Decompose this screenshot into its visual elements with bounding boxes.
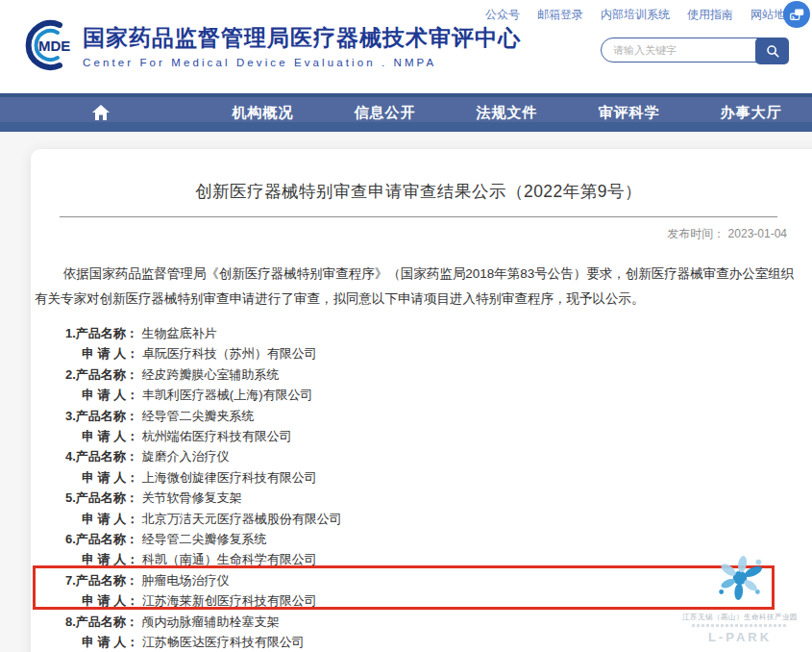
applicant-label: 申 请 人： <box>82 429 138 443</box>
search-button[interactable] <box>755 38 789 64</box>
nav-item-0[interactable]: 机构概况 <box>202 93 324 132</box>
nav-item-3[interactable]: 审评科学 <box>568 93 690 132</box>
title-divider <box>60 216 777 217</box>
search-box <box>601 38 789 63</box>
watermark-text: 江苏无锡（惠山）生命科技产业园 <box>673 613 807 622</box>
applicant-name: 科凯（南通）生命科学有限公司 <box>138 552 317 566</box>
main-nav: 机构概况信息公开法规文件审评科学办事大厅 <box>0 93 812 132</box>
main-area: 创新医疗器械特别审查申请审查结果公示（2022年第9号） 发布时间： 2023-… <box>0 132 812 652</box>
list-item-5: 5.产品名称： 关节软骨修复支架申 请 人： 北京万洁天元医疗器械股份有限公司 <box>65 488 802 529</box>
applicant-label: 申 请 人： <box>82 635 138 649</box>
nav-item-1[interactable]: 信息公开 <box>324 93 446 132</box>
top-links: 公众号邮箱登录内部培训系统使用指南网站地图 <box>485 7 797 23</box>
list-item-3: 3.产品名称： 经导管二尖瓣夹系统申 请 人： 杭州端佑医疗科技有限公司 <box>65 406 802 447</box>
product-line: 2.产品名称： 经皮跨瓣膜心室辅助系统 <box>65 364 802 385</box>
top-link-2[interactable]: 内部培训系统 <box>601 7 670 23</box>
product-line: 3.产品名称： 经导管二尖瓣夹系统 <box>65 406 802 426</box>
list-item-4: 4.产品名称： 旋磨介入治疗仪申 请 人： 上海微创旋律医疗科技有限公司 <box>65 446 802 488</box>
applicant-name: 杭州端佑医疗科技有限公司 <box>138 429 292 443</box>
product-label: 6.产品名称： <box>65 532 138 546</box>
product-label: 1.产品名称： <box>65 326 138 340</box>
product-label: 5.产品名称： <box>65 490 138 505</box>
applicant-label: 申 请 人： <box>82 552 138 566</box>
applicant-name: 江苏畅医达医疗科技有限公司 <box>138 635 305 649</box>
site-title-cn: 国家药品监督管理局医疗器械技术审评中心 <box>83 23 521 53</box>
product-name: 经皮跨瓣膜心室辅助系统 <box>138 367 280 382</box>
applicant-line: 申 请 人： 卓阮医疗科技（苏州）有限公司 <box>65 343 802 364</box>
site-title-en: Center For Medical Device Evaluation . N… <box>83 57 521 68</box>
product-line: 6.产品名称： 经导管二尖瓣修复系统 <box>65 529 802 549</box>
applicant-name: 丰凯利医疗器械(上海)有限公司 <box>138 388 312 402</box>
watermark: 江苏无锡（惠山）生命科技产业园 L-PARK <box>673 549 807 644</box>
applicant-line: 申 请 人： 丰凯利医疗器械(上海)有限公司 <box>65 385 802 405</box>
home-icon <box>91 104 111 121</box>
top-link-3[interactable]: 使用指南 <box>687 7 733 23</box>
applicant-label: 申 请 人： <box>82 470 138 485</box>
applicant-line: 申 请 人： 上海微创旋律医疗科技有限公司 <box>65 467 802 488</box>
publish-date-label: 发布时间： <box>667 227 725 240</box>
header: 公众号邮箱登录内部培训系统使用指南网站地图 MDE 国家药品监督管理局医疗器械技… <box>0 0 812 93</box>
applicant-name: 上海微创旋律医疗科技有限公司 <box>138 470 317 485</box>
applicant-name: 北京万洁天元医疗器械股份有限公司 <box>138 512 342 526</box>
applicant-label: 申 请 人： <box>82 512 138 526</box>
list-item-1: 1.产品名称： 生物盆底补片申 请 人： 卓阮医疗科技（苏州）有限公司 <box>65 323 802 364</box>
nav-item-2[interactable]: 法规文件 <box>446 93 568 132</box>
product-name: 经导管二尖瓣夹系统 <box>138 409 255 423</box>
product-name: 生物盆底补片 <box>138 326 217 340</box>
product-label: 8.产品名称： <box>65 614 138 629</box>
applicant-line: 申 请 人： 北京万洁天元医疗器械股份有限公司 <box>65 509 802 529</box>
watermark-subtext <box>692 624 788 627</box>
product-label: 3.产品名称： <box>65 409 138 423</box>
product-label: 7.产品名称： <box>65 573 138 588</box>
site-logo[interactable]: MDE 国家药品监督管理局医疗器械技术审评中心 Center For Medic… <box>23 19 521 71</box>
applicant-line: 申 请 人： 杭州端佑医疗科技有限公司 <box>65 426 802 446</box>
cmde-logo-icon: MDE <box>23 19 75 71</box>
publish-date-value: 2023-01-04 <box>728 227 787 240</box>
publish-date-line: 发布时间： 2023-01-04 <box>35 226 802 242</box>
product-label: 2.产品名称： <box>65 367 138 382</box>
svg-text:MDE: MDE <box>38 38 70 54</box>
applicant-label: 申 请 人： <box>82 388 138 402</box>
product-name: 经导管二尖瓣修复系统 <box>138 532 267 546</box>
applicant-name: 江苏海莱新创医疗科技有限公司 <box>138 593 317 608</box>
nav-home[interactable] <box>0 93 202 132</box>
search-input[interactable] <box>613 39 752 61</box>
product-name: 关节软骨修复支架 <box>138 490 242 505</box>
page-title: 创新医疗器械特别审查申请审查结果公示（2022年第9号） <box>35 180 802 203</box>
product-line: 5.产品名称： 关节软骨修复支架 <box>65 488 802 508</box>
list-item-2: 2.产品名称： 经皮跨瓣膜心室辅助系统申 请 人： 丰凯利医疗器械(上海)有限公… <box>65 364 802 406</box>
screen-toggle-glyph <box>788 6 805 23</box>
search-icon <box>765 43 780 59</box>
product-label: 4.产品名称： <box>65 449 138 464</box>
applicant-name: 卓阮医疗科技（苏州）有限公司 <box>138 346 317 361</box>
product-name: 颅内动脉瘤辅助栓塞支架 <box>138 614 280 629</box>
intro-paragraph: 依据国家药品监督管理局《创新医疗器械特别审查程序》（国家药监局2018年第83号… <box>35 262 802 312</box>
applicant-label: 申 请 人： <box>82 346 138 361</box>
product-name: 肿瘤电场治疗仪 <box>138 573 230 588</box>
product-line: 1.产品名称： 生物盆底补片 <box>65 323 802 343</box>
applicant-label: 申 请 人： <box>82 593 138 608</box>
watermark-brand: L-PARK <box>673 630 807 644</box>
lpark-splash-icon <box>712 549 768 605</box>
top-link-1[interactable]: 邮箱登录 <box>537 7 583 23</box>
device-switch-icon[interactable] <box>783 1 810 28</box>
product-line: 4.产品名称： 旋磨介入治疗仪 <box>65 446 802 466</box>
nav-item-4[interactable]: 办事大厅 <box>690 93 812 132</box>
product-name: 旋磨介入治疗仪 <box>138 449 230 464</box>
